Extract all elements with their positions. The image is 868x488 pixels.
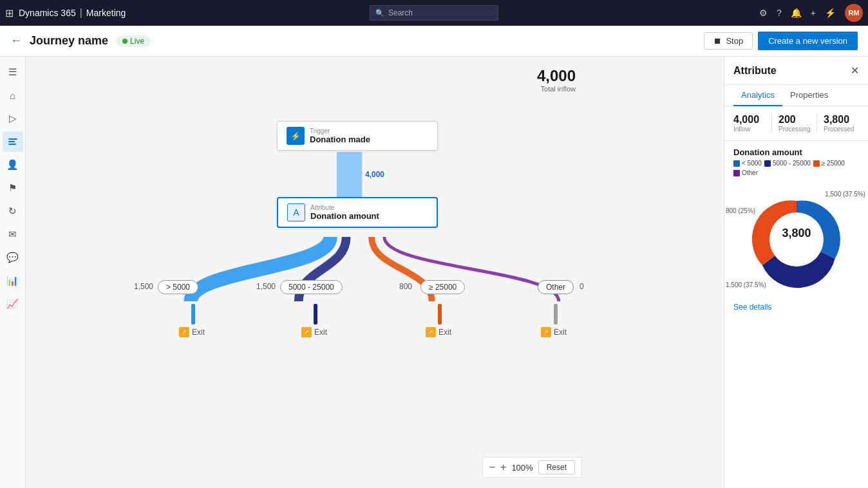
avatar[interactable]: RM <box>845 4 863 22</box>
top-navigation: ⊞ Dynamics 365 | Marketing 🔍 Search ⚙ ? … <box>0 0 868 26</box>
help-icon[interactable]: ? <box>777 8 782 18</box>
exit-icon-1: ↗ <box>179 327 189 337</box>
panel-tabs: Analytics Properties <box>724 85 868 106</box>
reset-zoom-button[interactable]: Reset <box>538 460 575 474</box>
close-panel-button[interactable]: ✕ <box>851 64 859 77</box>
svg-rect-2 <box>8 144 16 145</box>
search-icon: 🔍 <box>375 9 384 17</box>
notification-icon[interactable]: 🔔 <box>791 8 802 18</box>
sidebar-chat-icon[interactable]: 💬 <box>3 247 23 268</box>
legend-label-1: < 5000 <box>742 160 762 167</box>
branch-count-other: 0 <box>580 282 584 291</box>
zoom-controls: − + 100% Reset <box>482 457 582 478</box>
sub-header-right: ⏹ Stop Create a new version <box>704 32 858 50</box>
main-layout: ☰ ⌂ ▷ 👤 ⚑ ↻ ✉ 💬 📊 📈 4,000 Total inflow <box>0 57 868 488</box>
branch-bar-other <box>554 304 558 324</box>
filter-icon[interactable]: ⚡ <box>825 8 836 18</box>
journey-canvas: 4,000 Total inflow 4,000 <box>26 57 724 488</box>
stat-processed-value: 3,800 <box>824 114 859 126</box>
trigger-node[interactable]: ⚡ Trigger Donation made <box>277 121 438 151</box>
create-new-version-button[interactable]: Create a new version <box>758 32 858 50</box>
panel-header: Attribute ✕ <box>724 57 868 85</box>
sidebar-journey-icon[interactable] <box>3 131 23 152</box>
live-label: Live <box>130 37 144 46</box>
legend-item-2: 5000 - 25000 <box>764 160 811 167</box>
see-details-link[interactable]: See details <box>724 297 868 317</box>
chart-label-left-bottom: 1,500 (37.5%) <box>726 281 766 288</box>
donation-section-title: Donation amount <box>724 141 868 160</box>
attribute-title: Donation amount <box>310 211 379 221</box>
branch-node-1[interactable]: > 5000 <box>158 280 198 294</box>
app-grid-icon[interactable]: ⊞ <box>5 7 14 19</box>
attribute-content: Attribute Donation amount <box>310 204 379 221</box>
plus-icon[interactable]: + <box>811 8 816 18</box>
sidebar-home-icon[interactable]: ⌂ <box>3 85 23 106</box>
chart-label-left-top: 800 (25%) <box>726 207 755 214</box>
chart-label-right: 1,500 (37.5%) <box>825 191 865 198</box>
branch-node-2[interactable]: 5000 - 25000 <box>280 280 343 294</box>
stat-processed-label: Processed <box>824 126 859 133</box>
exit-label-1: Exit <box>192 328 205 337</box>
inflow-label: Total inflow <box>537 85 576 93</box>
exit-icon-2: ↗ <box>301 327 312 337</box>
sub-header: ← Journey name Live ⏹ Stop Create a new … <box>0 26 868 57</box>
zoom-in-button[interactable]: + <box>500 462 506 473</box>
stat-processing-label: Processing <box>778 126 814 133</box>
branch-count-3: 800 <box>399 282 412 291</box>
sidebar-analytics-icon[interactable]: 📈 <box>3 294 23 314</box>
legend-label-3: ≥ 25000 <box>822 160 845 167</box>
journey-title: Journey name <box>30 34 108 48</box>
svg-text:4,000: 4,000 <box>365 170 384 179</box>
exit-icon-other: ↗ <box>541 327 551 337</box>
exit-node-2: ↗ Exit <box>301 327 327 337</box>
attribute-node[interactable]: A Attribute Donation amount <box>277 197 438 228</box>
sidebar-menu-icon[interactable]: ☰ <box>3 62 23 82</box>
branch-node-3[interactable]: ≥ 25000 <box>420 280 465 294</box>
legend-dot-other <box>733 170 740 176</box>
zoom-out-button[interactable]: − <box>489 462 495 473</box>
stop-icon: ⏹ <box>713 36 722 46</box>
sidebar-refresh-icon[interactable]: ↻ <box>3 201 23 221</box>
trigger-icon: ⚡ <box>287 127 305 145</box>
branch-node-other[interactable]: Other <box>538 280 574 294</box>
sidebar-chart-icon[interactable]: 📊 <box>3 270 23 291</box>
stats-row: 4,000 Inflow 200 Processing 3,800 Proces… <box>724 106 868 141</box>
branch-bar-1 <box>191 304 195 324</box>
svg-text:3,800: 3,800 <box>782 227 811 239</box>
stat-processing: 200 Processing <box>771 114 814 133</box>
branch-bar-2 <box>314 304 317 324</box>
svg-rect-3 <box>337 152 362 198</box>
stop-button[interactable]: ⏹ Stop <box>704 32 753 50</box>
svg-rect-1 <box>8 141 15 142</box>
sidebar-flag-icon[interactable]: ⚑ <box>3 178 23 198</box>
legend-label-other: Other <box>742 169 758 176</box>
trigger-title: Donation made <box>310 135 370 144</box>
trigger-label: Trigger <box>310 127 370 135</box>
back-button[interactable]: ← <box>10 34 22 48</box>
legend-dot-1 <box>733 160 740 167</box>
brand: Dynamics 365 | Marketing <box>19 7 126 19</box>
legend-item-other: Other <box>733 169 758 176</box>
stat-inflow: 4,000 Inflow <box>733 114 769 133</box>
trigger-content: Trigger Donation made <box>310 127 370 144</box>
tab-analytics[interactable]: Analytics <box>733 85 782 106</box>
legend-item-3: ≥ 25000 <box>813 160 845 167</box>
exit-node-other: ↗ Exit <box>541 327 567 337</box>
svg-rect-0 <box>8 138 17 140</box>
top-nav-right: ⚙ ? 🔔 + ⚡ RM <box>759 4 863 22</box>
legend-label-2: 5000 - 25000 <box>773 160 811 167</box>
sidebar-mail-icon[interactable]: ✉ <box>3 224 23 245</box>
total-inflow: 4,000 Total inflow <box>537 67 576 93</box>
sidebar-play-icon[interactable]: ▷ <box>3 108 23 129</box>
canvas-area: 4,000 Total inflow 4,000 <box>26 57 724 488</box>
stat-inflow-label: Inflow <box>733 126 769 133</box>
tab-properties[interactable]: Properties <box>782 85 836 106</box>
settings-icon[interactable]: ⚙ <box>759 8 768 18</box>
search-bar[interactable]: 🔍 Search <box>370 5 498 21</box>
branch-bar-3 <box>438 304 442 324</box>
sidebar-people-icon[interactable]: 👤 <box>3 155 23 175</box>
zoom-level: 100% <box>511 463 533 473</box>
legend-dot-3 <box>813 160 820 167</box>
live-dot <box>122 39 127 44</box>
brand-dynamics: Dynamics 365 <box>19 8 76 18</box>
